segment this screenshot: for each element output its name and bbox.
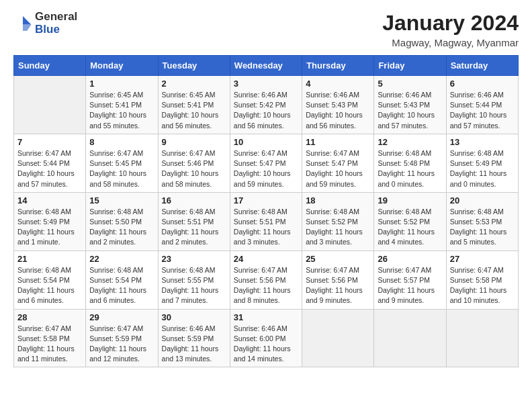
day-info: Sunrise: 6:46 AMSunset: 5:59 PMDaylight:… [162,324,226,365]
day-cell: 9Sunrise: 6:47 AMSunset: 5:46 PMDaylight… [158,134,230,192]
day-cell [302,309,374,367]
logo-blue: Blue [35,24,77,36]
day-number: 27 [450,254,515,264]
week-row-2: 14Sunrise: 6:48 AMSunset: 5:49 PMDayligh… [14,192,519,250]
day-cell: 27Sunrise: 6:47 AMSunset: 5:58 PMDayligh… [446,250,518,309]
week-row-1: 7Sunrise: 6:47 AMSunset: 5:44 PMDaylight… [14,134,519,192]
header-day-tuesday: Tuesday [158,56,230,76]
day-info: Sunrise: 6:48 AMSunset: 5:48 PMDaylight:… [378,148,442,189]
day-number: 4 [306,79,370,89]
day-info: Sunrise: 6:48 AMSunset: 5:49 PMDaylight:… [17,207,82,248]
day-cell: 22Sunrise: 6:48 AMSunset: 5:54 PMDayligh… [86,250,158,309]
calendar-subtitle: Magway, Magway, Myanmar [382,37,519,48]
day-number: 22 [89,254,154,264]
calendar-title: January 2024 [382,11,519,36]
day-cell: 6Sunrise: 6:46 AMSunset: 5:44 PMDaylight… [446,76,518,134]
day-cell: 24Sunrise: 6:47 AMSunset: 5:56 PMDayligh… [230,250,302,309]
day-cell: 1Sunrise: 6:45 AMSunset: 5:41 PMDaylight… [86,76,158,134]
day-cell: 18Sunrise: 6:48 AMSunset: 5:52 PMDayligh… [302,192,374,250]
svg-marker-2 [23,24,31,30]
day-cell: 31Sunrise: 6:46 AMSunset: 6:00 PMDayligh… [230,309,302,367]
day-number: 25 [306,254,370,264]
day-info: Sunrise: 6:47 AMSunset: 5:57 PMDaylight:… [378,265,442,306]
day-number: 20 [450,195,515,205]
day-cell: 11Sunrise: 6:47 AMSunset: 5:47 PMDayligh… [302,134,374,192]
day-info: Sunrise: 6:47 AMSunset: 5:58 PMDaylight:… [17,324,82,365]
day-number: 3 [234,79,298,89]
day-info: Sunrise: 6:47 AMSunset: 5:45 PMDaylight:… [89,148,154,189]
header-day-saturday: Saturday [446,56,518,76]
day-cell: 12Sunrise: 6:48 AMSunset: 5:48 PMDayligh… [374,134,446,192]
day-info: Sunrise: 6:47 AMSunset: 5:44 PMDaylight:… [17,148,82,189]
header-day-monday: Monday [86,56,158,76]
header-row: SundayMondayTuesdayWednesdayThursdayFrid… [14,56,519,76]
calendar-header: SundayMondayTuesdayWednesdayThursdayFrid… [14,56,519,76]
day-cell: 30Sunrise: 6:46 AMSunset: 5:59 PMDayligh… [158,309,230,367]
calendar-table: SundayMondayTuesdayWednesdayThursdayFrid… [13,55,519,367]
day-number: 19 [378,195,442,205]
day-cell: 26Sunrise: 6:47 AMSunset: 5:57 PMDayligh… [374,250,446,309]
week-row-3: 21Sunrise: 6:48 AMSunset: 5:54 PMDayligh… [14,250,519,309]
header-day-sunday: Sunday [14,56,86,76]
day-number: 23 [162,254,226,264]
day-cell [374,309,446,367]
day-info: Sunrise: 6:48 AMSunset: 5:49 PMDaylight:… [450,148,515,189]
day-number: 15 [89,195,154,205]
day-info: Sunrise: 6:47 AMSunset: 5:47 PMDaylight:… [306,148,370,189]
day-number: 2 [162,79,226,89]
calendar-body: 1Sunrise: 6:45 AMSunset: 5:41 PMDaylight… [14,76,519,367]
logo-general: General [35,11,77,24]
svg-marker-1 [23,16,31,24]
day-number: 30 [162,312,226,322]
day-number: 17 [234,195,298,205]
day-number: 5 [378,79,442,89]
header: General Blue January 2024 Magway, Magway… [13,11,519,48]
header-day-thursday: Thursday [302,56,374,76]
day-info: Sunrise: 6:46 AMSunset: 5:43 PMDaylight:… [306,90,370,131]
day-cell: 21Sunrise: 6:48 AMSunset: 5:54 PMDayligh… [14,250,86,309]
day-cell: 19Sunrise: 6:48 AMSunset: 5:52 PMDayligh… [374,192,446,250]
page: General Blue January 2024 Magway, Magway… [0,0,532,411]
day-number: 31 [234,312,298,322]
day-number: 10 [234,137,298,147]
day-number: 13 [450,137,515,147]
week-row-0: 1Sunrise: 6:45 AMSunset: 5:41 PMDaylight… [14,76,519,134]
day-cell: 15Sunrise: 6:48 AMSunset: 5:50 PMDayligh… [86,192,158,250]
day-cell [446,309,518,367]
day-number: 24 [234,254,298,264]
day-info: Sunrise: 6:47 AMSunset: 5:56 PMDaylight:… [306,265,370,306]
day-number: 28 [17,312,82,322]
day-cell: 20Sunrise: 6:48 AMSunset: 5:53 PMDayligh… [446,192,518,250]
day-number: 16 [162,195,226,205]
day-cell: 5Sunrise: 6:46 AMSunset: 5:43 PMDaylight… [374,76,446,134]
day-number: 12 [378,137,442,147]
day-info: Sunrise: 6:45 AMSunset: 5:41 PMDaylight:… [89,90,154,131]
day-cell: 14Sunrise: 6:48 AMSunset: 5:49 PMDayligh… [14,192,86,250]
day-number: 11 [306,137,370,147]
day-cell: 17Sunrise: 6:48 AMSunset: 5:51 PMDayligh… [230,192,302,250]
day-info: Sunrise: 6:48 AMSunset: 5:51 PMDaylight:… [234,207,298,248]
day-number: 18 [306,195,370,205]
day-cell: 8Sunrise: 6:47 AMSunset: 5:45 PMDaylight… [86,134,158,192]
day-info: Sunrise: 6:46 AMSunset: 5:42 PMDaylight:… [234,90,298,131]
day-cell: 10Sunrise: 6:47 AMSunset: 5:47 PMDayligh… [230,134,302,192]
day-info: Sunrise: 6:48 AMSunset: 5:50 PMDaylight:… [89,207,154,248]
header-day-wednesday: Wednesday [230,56,302,76]
day-number: 26 [378,254,442,264]
day-info: Sunrise: 6:45 AMSunset: 5:41 PMDaylight:… [162,90,226,131]
day-info: Sunrise: 6:46 AMSunset: 5:43 PMDaylight:… [378,90,442,131]
day-info: Sunrise: 6:47 AMSunset: 5:56 PMDaylight:… [234,265,298,306]
day-number: 8 [89,137,154,147]
day-number: 21 [17,254,82,264]
day-cell [14,76,86,134]
day-number: 6 [450,79,515,89]
day-cell: 7Sunrise: 6:47 AMSunset: 5:44 PMDaylight… [14,134,86,192]
day-info: Sunrise: 6:47 AMSunset: 5:58 PMDaylight:… [450,265,515,306]
logo-text: General Blue [35,11,77,36]
day-number: 7 [17,137,82,147]
day-cell: 2Sunrise: 6:45 AMSunset: 5:41 PMDaylight… [158,76,230,134]
day-info: Sunrise: 6:48 AMSunset: 5:51 PMDaylight:… [162,207,226,248]
day-number: 1 [89,79,154,89]
generalblue-logo-icon [13,14,32,33]
day-cell: 4Sunrise: 6:46 AMSunset: 5:43 PMDaylight… [302,76,374,134]
